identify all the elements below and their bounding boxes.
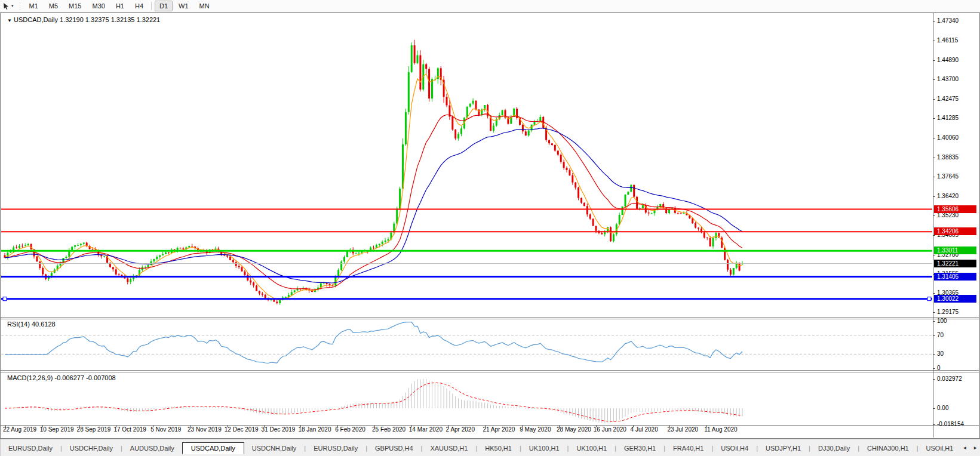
chart-tab-5[interactable]: EURUSD,Daily: [306, 443, 365, 454]
price-tick: [933, 60, 935, 61]
chart-tab-14[interactable]: USDJPY,H1: [758, 443, 809, 454]
current-price-badge: 1.32221: [934, 260, 976, 267]
chart-tab-3[interactable]: USDCAD,Daily: [182, 442, 244, 454]
date-tick: [116, 426, 116, 427]
macd-tick-label: 0.00: [937, 405, 948, 411]
price-tick: [933, 215, 935, 216]
timeframe-button-d1[interactable]: D1: [155, 1, 173, 11]
date-label: 22 Aug 2019: [3, 426, 36, 433]
rsi-tick-label: 30: [937, 350, 944, 357]
macd-dateaxis-separator: [1, 425, 979, 426]
candle-wicks-down: [5, 40, 739, 304]
chart-tab-10[interactable]: UK100,H1: [569, 443, 615, 454]
chart-tab-13[interactable]: USOil,H4: [713, 443, 756, 454]
date-tick: [227, 426, 228, 427]
rsi-panel-plot: [1, 322, 933, 363]
chart-tab-11[interactable]: GER30,H1: [616, 443, 663, 454]
date-tick: [633, 426, 634, 427]
timeframe-button-m1[interactable]: M1: [24, 1, 43, 11]
date-label: 16 Jun 2020: [594, 426, 626, 433]
chart-canvas[interactable]: [0, 13, 980, 438]
price-axis-line[interactable]: [933, 13, 933, 437]
tab-scroll-right-icon[interactable]: ►: [972, 444, 979, 452]
chart-tab-15[interactable]: DJ30,Daily: [810, 443, 858, 454]
chart-tab-4[interactable]: USDCNH,Daily: [244, 443, 305, 454]
hline-handle-left: [3, 297, 7, 301]
chart-tab-2[interactable]: AUDUSD,Daily: [122, 443, 182, 454]
rsi-tick: [933, 321, 935, 322]
chart-tab-9[interactable]: UK100,H1: [521, 443, 567, 454]
price-tick-label: 1.40060: [937, 134, 959, 141]
chart-title: ▼ USDCAD,Daily 1.32190 1.32375 1.32135 1…: [7, 16, 160, 23]
date-tick: [706, 426, 707, 427]
price-tick: [933, 312, 935, 313]
chart-tab-16[interactable]: CHINA300,H1: [859, 443, 917, 454]
date-label: 23 Nov 2019: [188, 426, 222, 433]
macd-tick: [933, 424, 935, 425]
price-tick-label: 1.29175: [937, 309, 959, 315]
chart-tab-17[interactable]: USOil,H1: [918, 443, 961, 454]
price-badge-1.31405: 1.31405: [934, 273, 976, 281]
price-tick-label: 1.42475: [937, 95, 959, 102]
rsi-tick-label: 100: [937, 318, 947, 324]
rsi-tick: [933, 354, 935, 355]
macd-label: MACD(12,26,9) -0.006277 -0.007008: [7, 374, 116, 381]
date-label: 28 Sep 2019: [77, 426, 111, 433]
toolbar-grip[interactable]: [19, 2, 21, 10]
date-label: 18 Jan 2020: [298, 426, 331, 433]
date-label: 21 Apr 2020: [483, 426, 515, 433]
rsi-tick: [933, 368, 935, 369]
rsi-macd-separator[interactable]: [1, 370, 979, 371]
ma-medium-line: [5, 114, 742, 289]
date-tick: [153, 426, 153, 427]
date-tick: [79, 426, 80, 427]
tab-scroll-left-icon[interactable]: ◄: [961, 444, 968, 452]
timeframe-button-h4[interactable]: H4: [130, 1, 148, 11]
macd-tick: [933, 408, 935, 409]
price-tick: [933, 118, 935, 119]
date-tick: [264, 426, 265, 427]
chart-tab-6[interactable]: GBPUSD,H4: [367, 443, 421, 454]
chart-tab-0[interactable]: EURUSD,Daily: [1, 443, 60, 454]
rsi-tick-label: 0: [937, 365, 941, 371]
date-tick: [5, 426, 6, 427]
price-tick: [933, 255, 935, 255]
timeframe-button-w1[interactable]: W1: [174, 1, 193, 11]
macd-tick: [933, 379, 935, 380]
price-tick: [933, 177, 935, 177]
timeframe-button-h1[interactable]: H1: [111, 1, 129, 11]
date-label: 28 May 2020: [557, 426, 591, 433]
price-badge-1.30022: 1.30022: [934, 295, 976, 303]
chart-tab-1[interactable]: USDCHF,Daily: [62, 443, 121, 454]
candle-bodies-up: [7, 45, 743, 303]
hline-handle-right: [927, 297, 931, 301]
date-tick: [448, 426, 449, 427]
collapse-caret-icon[interactable]: ▼: [7, 18, 12, 23]
timeframe-button-m30[interactable]: M30: [87, 1, 109, 11]
tab-scroll-buttons: ◄ ►: [961, 444, 980, 452]
date-label: 6 Feb 2020: [335, 426, 365, 433]
chart-tab-12[interactable]: FRA40,H1: [665, 443, 711, 454]
cursor-tool-button[interactable]: ▾: [0, 2, 16, 10]
chart-ohlc-values: 1.32190 1.32375 1.32135 1.32221: [60, 16, 160, 23]
price-tick-label: 1.38835: [937, 154, 959, 161]
timeframe-toolbar: ▾ M1M5M15M30H1H4D1W1MN: [0, 0, 980, 13]
price-rsi-separator[interactable]: [1, 317, 979, 318]
rsi-tick: [933, 335, 935, 336]
timeframe-button-mn[interactable]: MN: [195, 1, 214, 11]
chart-tab-7[interactable]: XAUUSD,H1: [422, 443, 475, 454]
chart-tab-8[interactable]: HK50,H1: [477, 443, 520, 454]
timeframe-button-m5[interactable]: M5: [44, 1, 63, 11]
trading-terminal: ▾ M1M5M15M30H1H4D1W1MN ▼ USDCAD,Daily 1.…: [0, 0, 980, 456]
price-tick: [933, 41, 935, 41]
date-label: 11 Aug 2020: [704, 426, 737, 433]
timeframe-buttons: M1M5M15M30H1H4D1W1MN: [24, 1, 215, 11]
date-label: 31 Dec 2019: [262, 426, 296, 433]
price-tick-label: 1.47340: [937, 17, 959, 24]
timeframe-button-m15[interactable]: M15: [64, 1, 86, 11]
price-tick: [933, 196, 935, 197]
price-badge-1.34206: 1.34206: [934, 227, 976, 235]
date-label: 25 Feb 2020: [372, 426, 405, 433]
price-tick: [933, 138, 935, 138]
price-tick-label: 1.44890: [937, 57, 959, 63]
